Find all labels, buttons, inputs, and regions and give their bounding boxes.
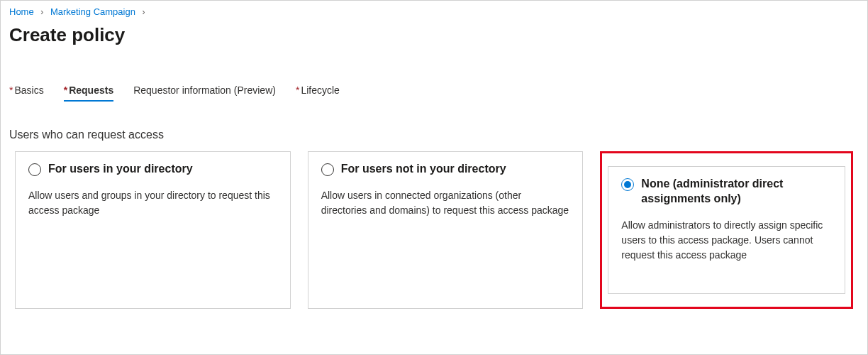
card-title: For users not in your directory [341,162,506,177]
tab-requestor-info[interactable]: Requestor information (Preview) [133,84,276,102]
breadcrumb: Home › Marketing Campaign › [1,1,867,20]
radio-unchecked[interactable] [321,163,334,176]
tab-label: Requestor information (Preview) [133,84,276,96]
option-card-users-in-directory[interactable]: For users in your directory Allow users … [15,151,291,309]
card-header: For users in your directory [28,162,277,177]
card-title: For users in your directory [48,162,193,177]
tabs: *Basics *Requests Requestor information … [1,59,867,102]
card-description: Allow administrators to directly assign … [621,218,832,263]
tab-lifecycle[interactable]: *Lifecycle [296,84,340,102]
required-indicator: * [9,84,13,96]
card-description: Allow users and groups in your directory… [28,188,277,218]
tab-basics[interactable]: *Basics [9,84,44,102]
card-description: Allow users in connected organizations (… [321,188,570,218]
option-card-none-highlighted[interactable]: None (administrator direct assignments o… [600,151,853,309]
option-card-users-not-in-directory[interactable]: For users not in your directory Allow us… [308,151,584,309]
card-header: None (administrator direct assignments o… [621,177,832,207]
breadcrumb-marketing-campaign[interactable]: Marketing Campaign [50,6,135,17]
chevron-right-icon: › [143,7,145,17]
page-title: Create policy [1,20,867,59]
card-header: For users not in your directory [321,162,570,177]
tab-label: Requests [69,84,113,96]
radio-unchecked[interactable] [28,163,41,176]
chevron-right-icon: › [40,7,43,17]
required-indicator: * [296,84,299,96]
section-heading: Users who can request access [1,102,867,151]
required-indicator: * [64,84,67,96]
radio-checked[interactable] [621,178,634,191]
breadcrumb-home[interactable]: Home [9,6,34,17]
option-cards: For users in your directory Allow users … [1,151,867,309]
tab-requests[interactable]: *Requests [64,84,113,102]
option-card-none[interactable]: None (administrator direct assignments o… [608,166,845,294]
card-title: None (administrator direct assignments o… [641,177,832,207]
tab-label: Basics [14,84,43,96]
tab-label: Lifecycle [301,84,339,96]
